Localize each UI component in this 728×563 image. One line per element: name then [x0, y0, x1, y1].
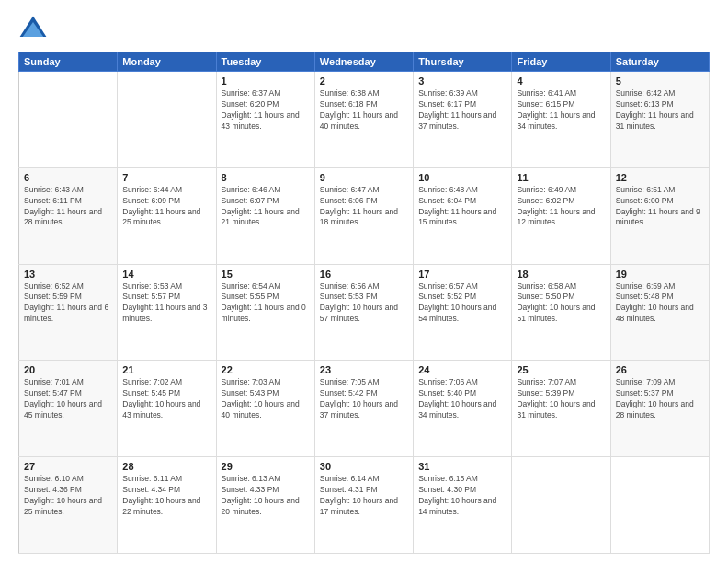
day-info: Sunrise: 6:46 AM Sunset: 6:07 PM Dayligh…: [222, 185, 310, 229]
calendar-cell: 21Sunrise: 7:02 AM Sunset: 5:45 PM Dayli…: [118, 361, 216, 457]
day-number: 19: [616, 269, 704, 280]
calendar-cell: 23Sunrise: 7:05 AM Sunset: 5:42 PM Dayli…: [314, 361, 413, 457]
page: SundayMondayTuesdayWednesdayThursdayFrid…: [0, 0, 728, 563]
day-info: Sunrise: 6:48 AM Sunset: 6:04 PM Dayligh…: [418, 185, 506, 229]
calendar-cell: 29Sunrise: 6:13 AM Sunset: 4:33 PM Dayli…: [216, 457, 314, 554]
day-number: 28: [122, 461, 210, 472]
day-number: 14: [122, 269, 210, 280]
day-info: Sunrise: 6:52 AM Sunset: 5:59 PM Dayligh…: [24, 282, 112, 326]
day-info: Sunrise: 6:54 AM Sunset: 5:55 PM Dayligh…: [222, 282, 310, 326]
day-number: 17: [418, 269, 506, 280]
calendar-cell: 14Sunrise: 6:53 AM Sunset: 5:57 PM Dayli…: [118, 264, 216, 361]
day-info: Sunrise: 6:59 AM Sunset: 5:48 PM Dayligh…: [616, 282, 704, 326]
day-number: 29: [222, 461, 310, 472]
day-info: Sunrise: 6:53 AM Sunset: 5:57 PM Dayligh…: [122, 282, 210, 326]
calendar: SundayMondayTuesdayWednesdayThursdayFrid…: [18, 52, 710, 554]
day-number: 25: [517, 364, 605, 375]
day-info: Sunrise: 6:43 AM Sunset: 6:11 PM Dayligh…: [24, 185, 112, 229]
calendar-cell: 5Sunrise: 6:42 AM Sunset: 6:13 PM Daylig…: [610, 72, 709, 168]
calendar-cell: [118, 72, 216, 168]
day-info: Sunrise: 6:58 AM Sunset: 5:50 PM Dayligh…: [517, 282, 605, 326]
calendar-cell: 19Sunrise: 6:59 AM Sunset: 5:48 PM Dayli…: [610, 264, 709, 361]
week-row-1: 6Sunrise: 6:43 AM Sunset: 6:11 PM Daylig…: [19, 167, 710, 264]
calendar-cell: 24Sunrise: 7:06 AM Sunset: 5:40 PM Dayli…: [414, 361, 512, 457]
day-header-monday: Monday: [118, 52, 216, 72]
calendar-cell: 3Sunrise: 6:39 AM Sunset: 6:17 PM Daylig…: [414, 72, 512, 168]
calendar-cell: 4Sunrise: 6:41 AM Sunset: 6:15 PM Daylig…: [512, 72, 610, 168]
day-number: 22: [222, 364, 310, 375]
week-row-2: 13Sunrise: 6:52 AM Sunset: 5:59 PM Dayli…: [19, 264, 710, 361]
calendar-cell: [19, 72, 118, 168]
day-number: 20: [24, 364, 112, 375]
week-row-3: 20Sunrise: 7:01 AM Sunset: 5:47 PM Dayli…: [19, 361, 710, 457]
day-info: Sunrise: 6:44 AM Sunset: 6:09 PM Dayligh…: [122, 185, 210, 229]
day-number: 6: [24, 172, 112, 183]
day-info: Sunrise: 6:42 AM Sunset: 6:13 PM Dayligh…: [616, 88, 704, 132]
day-number: 26: [616, 364, 704, 375]
day-number: 3: [418, 75, 506, 86]
calendar-cell: 9Sunrise: 6:47 AM Sunset: 6:06 PM Daylig…: [314, 167, 413, 264]
day-info: Sunrise: 6:10 AM Sunset: 4:36 PM Dayligh…: [24, 474, 112, 518]
logo: [18, 15, 51, 44]
day-number: 24: [418, 364, 506, 375]
calendar-cell: 8Sunrise: 6:46 AM Sunset: 6:07 PM Daylig…: [216, 167, 314, 264]
day-number: 31: [418, 461, 506, 472]
day-info: Sunrise: 6:14 AM Sunset: 4:31 PM Dayligh…: [320, 474, 408, 518]
day-number: 7: [122, 172, 210, 183]
day-info: Sunrise: 7:03 AM Sunset: 5:43 PM Dayligh…: [222, 377, 310, 421]
day-info: Sunrise: 6:39 AM Sunset: 6:17 PM Dayligh…: [418, 88, 506, 132]
day-header-tuesday: Tuesday: [216, 52, 314, 72]
calendar-cell: 11Sunrise: 6:49 AM Sunset: 6:02 PM Dayli…: [512, 167, 610, 264]
calendar-cell: 18Sunrise: 6:58 AM Sunset: 5:50 PM Dayli…: [512, 264, 610, 361]
header: [18, 15, 710, 44]
day-info: Sunrise: 6:11 AM Sunset: 4:34 PM Dayligh…: [122, 474, 210, 518]
day-header-friday: Friday: [512, 52, 610, 72]
day-info: Sunrise: 6:41 AM Sunset: 6:15 PM Dayligh…: [517, 88, 605, 132]
day-info: Sunrise: 6:15 AM Sunset: 4:30 PM Dayligh…: [418, 474, 506, 518]
calendar-cell: 15Sunrise: 6:54 AM Sunset: 5:55 PM Dayli…: [216, 264, 314, 361]
calendar-header-row: SundayMondayTuesdayWednesdayThursdayFrid…: [19, 52, 710, 72]
calendar-cell: 30Sunrise: 6:14 AM Sunset: 4:31 PM Dayli…: [314, 457, 413, 554]
logo-icon: [18, 15, 48, 44]
day-info: Sunrise: 6:47 AM Sunset: 6:06 PM Dayligh…: [320, 185, 408, 229]
day-number: 18: [517, 269, 605, 280]
day-info: Sunrise: 7:02 AM Sunset: 5:45 PM Dayligh…: [122, 377, 210, 421]
day-number: 2: [320, 75, 408, 86]
day-number: 21: [122, 364, 210, 375]
day-number: 15: [222, 269, 310, 280]
day-info: Sunrise: 6:57 AM Sunset: 5:52 PM Dayligh…: [418, 282, 506, 326]
calendar-cell: [610, 457, 709, 554]
day-number: 5: [616, 75, 704, 86]
day-info: Sunrise: 6:49 AM Sunset: 6:02 PM Dayligh…: [517, 185, 605, 229]
day-header-thursday: Thursday: [414, 52, 512, 72]
day-number: 27: [24, 461, 112, 472]
day-header-saturday: Saturday: [610, 52, 709, 72]
calendar-cell: 13Sunrise: 6:52 AM Sunset: 5:59 PM Dayli…: [19, 264, 118, 361]
day-info: Sunrise: 7:01 AM Sunset: 5:47 PM Dayligh…: [24, 377, 112, 421]
calendar-cell: 27Sunrise: 6:10 AM Sunset: 4:36 PM Dayli…: [19, 457, 118, 554]
week-row-4: 27Sunrise: 6:10 AM Sunset: 4:36 PM Dayli…: [19, 457, 710, 554]
day-number: 23: [320, 364, 408, 375]
calendar-cell: 1Sunrise: 6:37 AM Sunset: 6:20 PM Daylig…: [216, 72, 314, 168]
calendar-cell: 22Sunrise: 7:03 AM Sunset: 5:43 PM Dayli…: [216, 361, 314, 457]
calendar-cell: 26Sunrise: 7:09 AM Sunset: 5:37 PM Dayli…: [610, 361, 709, 457]
calendar-cell: 2Sunrise: 6:38 AM Sunset: 6:18 PM Daylig…: [314, 72, 413, 168]
calendar-cell: 12Sunrise: 6:51 AM Sunset: 6:00 PM Dayli…: [610, 167, 709, 264]
day-number: 12: [616, 172, 704, 183]
calendar-cell: 31Sunrise: 6:15 AM Sunset: 4:30 PM Dayli…: [414, 457, 512, 554]
calendar-cell: [512, 457, 610, 554]
day-info: Sunrise: 6:56 AM Sunset: 5:53 PM Dayligh…: [320, 282, 408, 326]
day-number: 8: [222, 172, 310, 183]
day-number: 10: [418, 172, 506, 183]
day-number: 16: [320, 269, 408, 280]
day-info: Sunrise: 6:38 AM Sunset: 6:18 PM Dayligh…: [320, 88, 408, 132]
calendar-cell: 17Sunrise: 6:57 AM Sunset: 5:52 PM Dayli…: [414, 264, 512, 361]
day-header-sunday: Sunday: [19, 52, 118, 72]
calendar-cell: 10Sunrise: 6:48 AM Sunset: 6:04 PM Dayli…: [414, 167, 512, 264]
day-number: 1: [222, 75, 310, 86]
day-info: Sunrise: 7:09 AM Sunset: 5:37 PM Dayligh…: [616, 377, 704, 421]
day-number: 13: [24, 269, 112, 280]
day-info: Sunrise: 7:05 AM Sunset: 5:42 PM Dayligh…: [320, 377, 408, 421]
calendar-cell: 16Sunrise: 6:56 AM Sunset: 5:53 PM Dayli…: [314, 264, 413, 361]
day-number: 30: [320, 461, 408, 472]
